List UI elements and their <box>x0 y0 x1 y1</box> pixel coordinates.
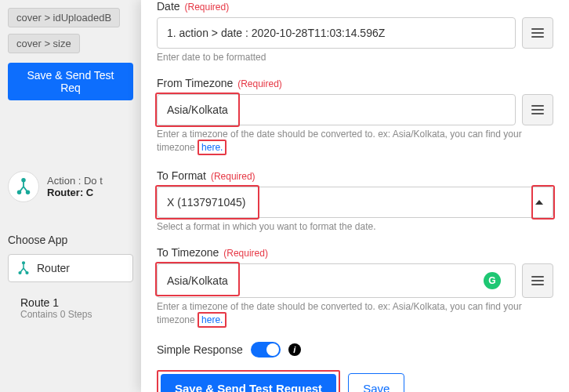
route-sub: Contains 0 Steps <box>20 309 133 320</box>
config-panel: Date (Required) 1. action > date : 2020-… <box>141 0 569 392</box>
app-selector[interactable]: Router <box>8 254 133 282</box>
date-help: Enter date to be formatted <box>157 52 553 63</box>
router-icon <box>8 171 39 202</box>
router-icon <box>16 261 31 275</box>
svg-point-2 <box>27 191 30 194</box>
svg-point-4 <box>19 272 21 274</box>
tag-cover-size: cover > size <box>8 34 80 53</box>
caret-up-icon <box>535 200 543 205</box>
required-marker: (Required) <box>211 171 256 182</box>
svg-point-3 <box>23 262 25 264</box>
here-link-text: here. <box>198 140 227 155</box>
to-tz-here-link[interactable]: here. <box>198 314 227 325</box>
simple-response-row: Simple Response i <box>157 342 553 358</box>
to-format-label-text: To Format <box>157 169 206 182</box>
field-from-timezone: From Timezone (Required) Asia/Kolkata En… <box>157 77 553 155</box>
to-tz-label-text: To Timezone <box>157 246 219 259</box>
app-name: Router <box>37 262 70 274</box>
to-format-label: To Format (Required) <box>157 169 553 182</box>
bg-action-text: Action : Do t Router: C <box>47 175 103 198</box>
from-tz-help: Enter a timezone of the date should be c… <box>157 129 553 155</box>
date-value: 1. action > date : 2020-10-28T11:03:14.5… <box>167 27 385 39</box>
to-tz-label: To Timezone (Required) <box>157 246 553 259</box>
highlight-box: Save & Send Test Request <box>157 370 340 392</box>
to-format-value: X (1137971045) <box>167 196 245 209</box>
field-to-timezone: To Timezone (Required) Asia/Kolkata G En… <box>157 246 553 328</box>
date-label: Date (Required) <box>157 0 553 13</box>
svg-point-0 <box>22 179 25 182</box>
button-row: Save & Send Test Request Save <box>157 370 553 392</box>
from-tz-label: From Timezone (Required) <box>157 77 553 89</box>
required-marker: (Required) <box>223 248 268 259</box>
grammarly-badge-icon: G <box>484 272 501 289</box>
from-tz-input[interactable]: Asia/Kolkata <box>157 94 516 125</box>
here-link-text: here. <box>198 312 227 328</box>
field-to-format: To Format (Required) X (1137971045) Sele… <box>157 169 553 232</box>
bg-action-title: Router: C <box>47 187 93 198</box>
field-date: Date (Required) 1. action > date : 2020-… <box>157 0 553 63</box>
simple-response-toggle[interactable] <box>251 342 281 358</box>
date-menu-button[interactable] <box>522 17 553 49</box>
menu-icon <box>531 28 544 38</box>
menu-icon <box>531 105 544 114</box>
choose-app-label: Choose App <box>8 234 133 246</box>
bg-action-header: Action : Do t Router: C <box>8 171 133 202</box>
route-title: Route 1 <box>20 296 133 309</box>
info-icon[interactable]: i <box>288 343 301 356</box>
from-tz-menu-button[interactable] <box>522 94 553 125</box>
to-tz-help: Enter a timezone of the date should be c… <box>157 301 553 328</box>
save-send-test-button[interactable]: Save & Send Test Request <box>161 374 336 392</box>
required-marker: (Required) <box>237 78 282 89</box>
menu-icon <box>531 276 544 285</box>
background-panel: cover > idUploadedB cover > size Save & … <box>0 0 141 392</box>
to-format-help: Select a format in which you want to for… <box>157 221 553 232</box>
to-tz-input[interactable]: Asia/Kolkata G <box>157 263 516 298</box>
simple-response-label: Simple Response <box>157 343 243 356</box>
to-format-select[interactable]: X (1137971045) <box>157 187 553 218</box>
svg-point-5 <box>26 272 28 274</box>
route-item[interactable]: Route 1 Contains 0 Steps <box>8 296 133 320</box>
tag-cover-uploaded: cover > idUploadedB <box>8 8 120 27</box>
required-marker: (Required) <box>184 2 229 13</box>
bg-action-prefix: Action : Do t <box>47 175 103 187</box>
date-input[interactable]: 1. action > date : 2020-10-28T11:03:14.5… <box>157 17 516 49</box>
save-button[interactable]: Save <box>348 373 404 392</box>
bg-save-send-button[interactable]: Save & Send Test Req <box>8 63 133 100</box>
svg-point-1 <box>18 191 21 194</box>
from-tz-label-text: From Timezone <box>157 77 233 89</box>
date-label-text: Date <box>157 0 180 13</box>
from-tz-value: Asia/Kolkata <box>167 103 228 116</box>
to-tz-value: Asia/Kolkata <box>167 274 228 287</box>
from-tz-here-link[interactable]: here. <box>198 142 227 153</box>
to-tz-menu-button[interactable] <box>522 263 553 298</box>
